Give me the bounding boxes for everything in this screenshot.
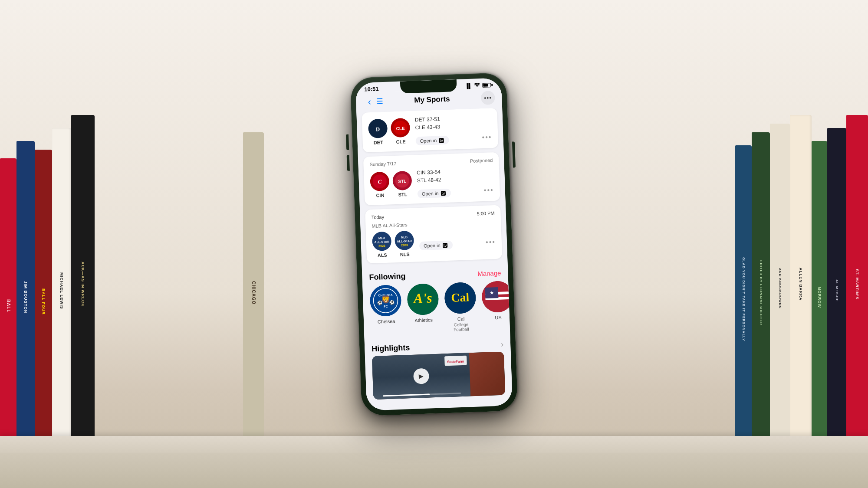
chelsea-logo: CHELSEA 🦁 FC ⚽ ⚽ bbox=[369, 284, 401, 316]
signal-icon: ▐▌ bbox=[465, 83, 472, 88]
allstar-date: Today bbox=[372, 214, 385, 219]
highlight-main-video: StateFarm ▶ bbox=[372, 353, 470, 400]
scroll-content[interactable]: D DET CLE bbox=[356, 108, 513, 408]
phone: 10:51 ▐▌ bbox=[350, 72, 518, 416]
nav-menu-icon[interactable]: ☰ bbox=[376, 96, 383, 106]
athletics-logo: A's bbox=[407, 283, 439, 315]
book-2: JIM BOUGTON bbox=[16, 141, 35, 453]
phone-outer: 10:51 ▐▌ bbox=[350, 72, 518, 416]
book-11: AL MEKJIE bbox=[827, 128, 846, 453]
game3-more[interactable]: ••• bbox=[486, 238, 496, 246]
cle-logo: CLE bbox=[391, 118, 411, 138]
team-als: MLB ALL-STAR 2023 ALS bbox=[372, 231, 392, 258]
game1-more[interactable]: ••• bbox=[482, 133, 492, 141]
phone-screen: 10:51 ▐▌ bbox=[355, 78, 513, 410]
book-7: Edited by Leonard Shecter bbox=[752, 132, 770, 453]
stl-logo: STL bbox=[392, 170, 412, 190]
following-list[interactable]: CHELSEA 🦁 FC ⚽ ⚽ Chelsea bbox=[362, 281, 510, 341]
team-stl: STL STL bbox=[392, 170, 412, 197]
following-title: Following bbox=[369, 272, 406, 282]
stl-abbr: STL bbox=[398, 192, 407, 197]
book-5: ACK—AS IN WRECK bbox=[71, 115, 95, 453]
cin-abbr: CIN bbox=[376, 192, 384, 198]
follow-usa[interactable]: ★ US bbox=[481, 281, 510, 331]
volume-up-button bbox=[346, 134, 349, 150]
svg-text:⚽: ⚽ bbox=[389, 299, 395, 305]
status-time: 10:51 bbox=[364, 85, 379, 92]
highlight-video[interactable]: StateFarm ▶ bbox=[372, 351, 505, 400]
volume-down-button bbox=[347, 155, 350, 170]
team-det: D DET bbox=[368, 118, 388, 145]
book-10: MORROW bbox=[812, 141, 827, 453]
book-chicago: Chicago bbox=[243, 132, 264, 453]
svg-text:★: ★ bbox=[489, 289, 494, 295]
highlights-more-icon[interactable]: › bbox=[501, 340, 504, 349]
team-cle: CLE CLE bbox=[391, 118, 411, 144]
team-cin: C CIN bbox=[370, 171, 390, 198]
svg-text:⚽: ⚽ bbox=[377, 300, 382, 305]
svg-text:ALL-STAR: ALL-STAR bbox=[397, 239, 412, 242]
svg-text:Cal: Cal bbox=[451, 290, 470, 304]
nls-abbr: NLS bbox=[400, 251, 410, 257]
follow-cal[interactable]: Cal Cal College Football bbox=[444, 282, 477, 332]
open-tv-btn-2[interactable]: Open in tv bbox=[418, 188, 451, 198]
game2-more[interactable]: ••• bbox=[484, 186, 494, 194]
det-logo: D bbox=[368, 118, 388, 138]
cin-logo: C bbox=[370, 171, 390, 191]
usa-name: US bbox=[495, 314, 502, 320]
status-icons: ▐▌ bbox=[465, 82, 493, 88]
book-3: BALL FOUR bbox=[35, 150, 52, 453]
page-title: My Sports bbox=[383, 94, 481, 106]
battery-icon bbox=[482, 82, 493, 87]
more-button[interactable]: ••• bbox=[481, 90, 495, 105]
game1-info: DET 37-51CLE 43-43 Open in tv ••• bbox=[413, 113, 492, 145]
svg-text:C: C bbox=[378, 178, 382, 185]
game-card-det-cle[interactable]: D DET CLE bbox=[362, 108, 498, 152]
book-1: BALL bbox=[0, 158, 16, 453]
highlights-title: Highlights bbox=[372, 343, 410, 354]
open-tv-btn-1[interactable]: Open in tv bbox=[415, 135, 449, 145]
book-8: AND KNOCKDOWNS bbox=[770, 124, 790, 453]
back-button[interactable]: ‹ bbox=[363, 95, 376, 108]
game1-score: DET 37-51CLE 43-43 bbox=[415, 113, 492, 131]
allstar-event: MLB AL All-Stars bbox=[372, 219, 495, 229]
athletics-name: Athletics bbox=[414, 317, 433, 323]
team-nls: MLB ALL-STAR 2023 NLS bbox=[395, 230, 414, 257]
cle-abbr: CLE bbox=[396, 139, 405, 144]
phone-notch bbox=[400, 79, 457, 93]
cal-name: Cal bbox=[457, 316, 465, 321]
manage-button[interactable]: Manage bbox=[477, 269, 501, 277]
svg-text:STL: STL bbox=[398, 179, 406, 184]
wifi-icon bbox=[474, 82, 480, 88]
als-abbr: ALS bbox=[378, 252, 387, 258]
follow-athletics[interactable]: A's Athletics bbox=[407, 283, 440, 333]
statefarm-banner: StateFarm bbox=[444, 355, 467, 366]
book-4: MICHAEL LEWIS bbox=[52, 128, 71, 453]
svg-text:D: D bbox=[376, 126, 380, 132]
game-card-cin-stl[interactable]: Sunday 7/17 Postponed C bbox=[363, 152, 500, 205]
nls-logo: MLB ALL-STAR 2023 bbox=[395, 230, 414, 250]
highlight-secondary-video bbox=[469, 351, 505, 396]
book-6: Glad You Didn't Take It Personally bbox=[735, 145, 752, 453]
game-card-allstar[interactable]: Today 5:00 PM MLB AL All-Stars MLB A bbox=[365, 205, 502, 263]
als-logo: MLB ALL-STAR 2023 bbox=[372, 231, 392, 251]
cal-sub: College Football bbox=[445, 321, 477, 332]
svg-text:A's: A's bbox=[412, 290, 432, 306]
svg-text:2023: 2023 bbox=[378, 244, 385, 247]
game2-score: CIN 33-54STL 48-42 bbox=[417, 166, 493, 184]
open-tv-btn-3[interactable]: Open in tv bbox=[419, 240, 453, 250]
svg-text:FC: FC bbox=[384, 305, 388, 308]
app-content: ‹ ☰ My Sports ••• bbox=[356, 88, 513, 408]
follow-chelsea[interactable]: CHELSEA 🦁 FC ⚽ ⚽ Chelsea bbox=[369, 284, 402, 334]
det-abbr: DET bbox=[374, 139, 383, 145]
svg-text:2023: 2023 bbox=[401, 243, 408, 247]
shelf-base bbox=[0, 453, 868, 488]
book-9: ALLEN BARRA bbox=[790, 115, 812, 453]
allstar-time: 5:00 PM bbox=[477, 210, 494, 216]
game3-info: Open in tv ••• bbox=[417, 234, 496, 250]
svg-text:CLE: CLE bbox=[396, 126, 405, 131]
cal-logo: Cal bbox=[444, 282, 476, 314]
game2-info: CIN 33-54STL 48-42 Open in tv ••• bbox=[415, 166, 494, 198]
svg-text:MLB: MLB bbox=[401, 236, 408, 239]
game2-status: Postponed bbox=[470, 157, 493, 164]
